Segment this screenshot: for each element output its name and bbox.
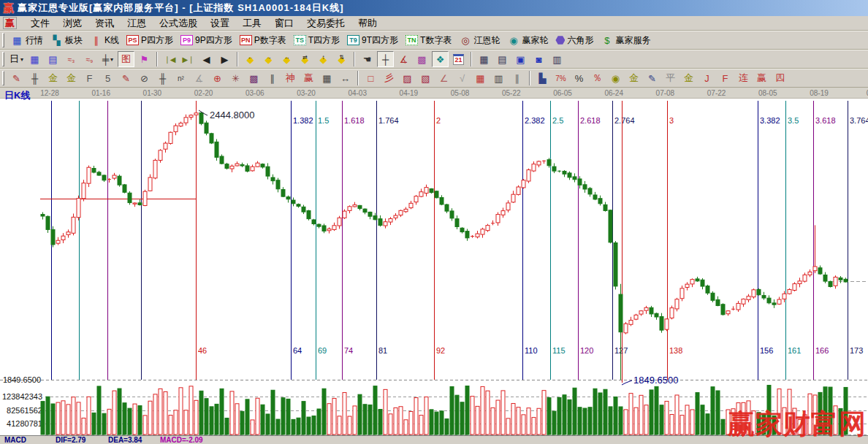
kline-button[interactable]: ∥K线	[86, 31, 123, 49]
pencil-tool-button[interactable]: ✎	[118, 70, 134, 86]
save-button[interactable]: ▣	[512, 51, 529, 67]
menu-item-6[interactable]: 工具	[236, 17, 268, 29]
winner-service-button[interactable]: $赢家服务	[597, 31, 654, 49]
ying-grid-button[interactable]: 赢	[300, 70, 317, 86]
chart-canvas[interactable]: 12-2801-1601-3002-2003-0603-2004-0304-19…	[0, 88, 868, 435]
print-button[interactable]: ▥	[549, 51, 566, 67]
prev-bar-button[interactable]: ◀	[198, 51, 215, 67]
web-box-button[interactable]: ▩	[245, 70, 262, 86]
red-box-button[interactable]: □	[362, 70, 379, 86]
grid-box-button[interactable]: ▥	[490, 70, 507, 86]
lian-angle-button[interactable]: 连	[735, 70, 752, 86]
diamond-scroll-right-button[interactable]: ◆→	[260, 51, 277, 67]
pen-bars-button[interactable]: ✎	[644, 70, 660, 86]
t-square-button[interactable]: TST四方形	[290, 31, 343, 49]
angle-measure-button[interactable]: ∡	[395, 51, 412, 67]
gold-line-button[interactable]: 金	[625, 70, 642, 86]
ying-angle-button[interactable]: 赢	[753, 70, 770, 86]
window-titlebar[interactable]: 赢 赢家江恩专业版[赢家内部服务平台] - [上证指数 SH1A0001-184…	[0, 0, 868, 16]
slashes-button[interactable]: ∥	[509, 70, 525, 86]
percent-line-button[interactable]: ％	[589, 70, 606, 86]
sectors-button[interactable]: ▚板块	[47, 31, 86, 49]
circle-grid-button[interactable]: ⊘	[136, 70, 153, 86]
hatch-box-2-button[interactable]: ▧	[417, 70, 434, 86]
k-marks-button[interactable]: ∥	[264, 70, 281, 86]
si-angle-button[interactable]: 四	[772, 70, 788, 86]
gold-grid-button[interactable]: 金	[45, 70, 61, 86]
gold-angle-button[interactable]: 金	[680, 70, 697, 86]
candle-body	[128, 193, 132, 202]
star-tool-button[interactable]: ❖	[432, 51, 449, 67]
menu-item-8[interactable]: 交易委托	[300, 17, 351, 29]
calculator-button[interactable]: ▦	[476, 51, 492, 67]
j-angle-button[interactable]: J	[698, 70, 715, 86]
winner-wheel-button[interactable]: ◉赢家轮	[503, 31, 552, 49]
wave-9-button[interactable]: ≈₉	[81, 51, 98, 67]
p-number-table-button[interactable]: PNP数字表	[236, 31, 290, 49]
gann-wheel-button[interactable]: ◎江恩轮	[455, 31, 503, 49]
info-panel-button[interactable]: ▤	[45, 51, 61, 67]
menu-item-1[interactable]: 浏览	[56, 17, 88, 29]
first-bar-button[interactable]: ❘◀	[161, 51, 178, 67]
9t-square-button[interactable]: T99T四方形	[343, 31, 402, 49]
zigzag-percent-button[interactable]: 7%	[552, 70, 569, 86]
menu-item-0[interactable]: 文件	[24, 17, 56, 29]
calendar-21-button[interactable]: 21	[450, 51, 467, 67]
diamond-compress-v-button[interactable]: ◆⇅	[333, 51, 350, 67]
red-grid-button[interactable]: ▦	[472, 70, 489, 86]
menu-item-2[interactable]: 资讯	[88, 17, 121, 29]
grid-tool-button[interactable]: ╫	[26, 70, 43, 86]
number-grid-button[interactable]: ▦	[319, 70, 335, 86]
menu-item-9[interactable]: 帮助	[351, 17, 384, 29]
candle-body	[435, 191, 438, 198]
wave-check-button[interactable]: √	[454, 70, 471, 86]
candle-style-button[interactable]: ╪▾	[99, 51, 116, 67]
crosshair-button[interactable]: ┼	[377, 51, 394, 67]
gold-circle-button[interactable]: ◉	[607, 70, 624, 86]
hatch-box-button[interactable]: ▨	[399, 70, 416, 86]
diamond-expand-v-button[interactable]: ◆↕	[315, 51, 332, 67]
f-angle-button[interactable]: F	[717, 70, 734, 86]
wave-3-button[interactable]: ≈₃	[63, 51, 80, 67]
save-as-button[interactable]: ◙	[530, 51, 547, 67]
menu-logo-icon[interactable]: 赢	[3, 17, 17, 29]
diamond-scroll-left-button[interactable]: ◆←	[242, 51, 259, 67]
kline-settings-button[interactable]: 图	[118, 51, 134, 67]
p-square-button[interactable]: PSP四方形	[123, 31, 177, 49]
hash-grid-button[interactable]: ╫	[154, 70, 171, 86]
f-grid-button[interactable]: F	[81, 70, 98, 86]
9p-square-button[interactable]: P99P四方形	[177, 31, 236, 49]
notes-button[interactable]: ▤	[494, 51, 511, 67]
shen-grid-button[interactable]: 神	[282, 70, 299, 86]
diamond-compress-h-button[interactable]: ◆⇄	[297, 51, 313, 67]
menu-item-7[interactable]: 窗口	[268, 17, 300, 29]
quotes-button[interactable]: ▦行情	[7, 31, 47, 49]
angle-ruler-button[interactable]: ∡	[191, 70, 208, 86]
volume-bar	[164, 391, 167, 435]
t-number-table-button[interactable]: TNT数字表	[402, 31, 455, 49]
drag-hand-button[interactable]: ☚	[359, 51, 376, 67]
balance-button[interactable]: 平	[662, 70, 679, 86]
target-button[interactable]: ⊕	[209, 70, 226, 86]
menu-item-4[interactable]: 公式选股	[153, 17, 204, 29]
spiderweb-button[interactable]: ✳	[227, 70, 244, 86]
rays-button[interactable]: 彡	[381, 70, 397, 86]
percent-button[interactable]: %	[571, 70, 587, 86]
span-arrows-button[interactable]: ↔	[337, 70, 354, 86]
window-layout-button[interactable]: ▦	[26, 51, 43, 67]
n-squared-button[interactable]: n²	[172, 70, 189, 86]
gold-grid-2-button[interactable]: 金	[63, 70, 80, 86]
hexagon-button[interactable]: 六角形	[552, 31, 597, 49]
brush-tool-button[interactable]: ✎	[8, 70, 25, 86]
price-count-button[interactable]: ▙	[534, 70, 551, 86]
five-grid-button[interactable]: 5	[99, 70, 116, 86]
menu-item-3[interactable]: 江恩	[121, 17, 153, 29]
last-bar-button[interactable]: ▶❘	[180, 51, 197, 67]
gann-grid-button[interactable]: ▩	[414, 51, 430, 67]
period-day-button[interactable]: 日▾	[8, 51, 25, 67]
menu-item-5[interactable]: 设置	[204, 17, 236, 29]
diamond-expand-h-button[interactable]: ◆↔	[278, 51, 295, 67]
color-chart-button[interactable]: ⚑	[136, 51, 153, 67]
next-bar-button[interactable]: ▶	[216, 51, 233, 67]
angle-rays-button[interactable]: ∠	[435, 70, 452, 86]
